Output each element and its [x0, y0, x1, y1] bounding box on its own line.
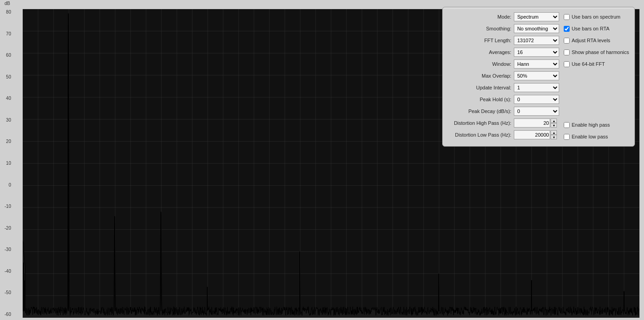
y-label--30: -30	[5, 247, 11, 252]
y-label-20: 20	[6, 139, 11, 144]
show-phase-harmonics-checkbox[interactable]	[564, 49, 570, 55]
y-label-50: 50	[6, 75, 11, 79]
enable-low-pass-label: Enable low pass	[571, 134, 608, 139]
dist-low-pass-spinbox: ▲ ▼	[514, 130, 557, 139]
dist-low-pass-input[interactable]	[514, 130, 550, 139]
averages-control: 16 8 4 1	[514, 48, 559, 57]
peak-decay-label: Peak Decay (dB/s):	[448, 108, 514, 114]
averages-select[interactable]: 16 8 4 1	[514, 48, 559, 57]
peak-hold-control: 0 1 5	[514, 95, 559, 104]
dist-low-pass-up-btn[interactable]: ▲	[551, 130, 557, 135]
averages-label: Averages:	[448, 49, 514, 55]
use-bars-rta-label: Use bars on RTA	[571, 26, 609, 31]
averages-row: Averages: 16 8 4 1	[448, 47, 559, 57]
smoothing-label: Smoothing:	[448, 26, 514, 31]
y-axis: 80 70 60 50 40 30 20 10 0 -10 -20 -30 -4…	[5, 9, 13, 318]
adjust-rta-levels-row: Adjust RTA levels	[564, 35, 629, 45]
enable-low-pass-checkbox[interactable]	[564, 134, 570, 140]
peak-decay-control: 0 6 12	[514, 107, 559, 116]
dist-low-pass-down-btn[interactable]: ▼	[551, 135, 557, 139]
y-label-40: 40	[6, 96, 11, 101]
fft-length-control: 131072 65536 32768	[514, 36, 559, 45]
dist-high-pass-spinbox: ▲ ▼	[514, 118, 557, 128]
settings-panel: Mode: Spectrum RTA Smoothing: No smoothi…	[442, 7, 635, 147]
window-label: Window:	[448, 61, 514, 67]
y-label--60: -60	[5, 312, 11, 317]
adjust-rta-levels-checkbox[interactable]	[564, 38, 570, 44]
smoothing-row: Smoothing: No smoothing Light Heavy	[448, 24, 559, 34]
fft-length-row: FFT Length: 131072 65536 32768	[448, 35, 559, 45]
update-interval-row: Update Interval: 1 2 5	[448, 83, 559, 93]
window-row: Window: Hann Flat Top Blackman	[448, 59, 559, 69]
max-overlap-label: Max Overlap:	[448, 73, 514, 79]
update-interval-label: Update Interval:	[448, 85, 514, 90]
max-overlap-select[interactable]: 50% 75% 25%	[514, 71, 559, 80]
settings-left-column: Mode: Spectrum RTA Smoothing: No smoothi…	[448, 12, 559, 142]
dist-high-pass-label: Distortion High Pass (Hz):	[448, 120, 514, 126]
peak-hold-select[interactable]: 0 1 5	[514, 95, 559, 104]
peak-hold-label: Peak Hold (s):	[448, 97, 514, 102]
peak-hold-row: Peak Hold (s): 0 1 5	[448, 94, 559, 104]
show-phase-harmonics-label: Show phase of harmonics	[571, 49, 629, 55]
main-container: dB 80 70 60 50 40 30 20 10 0 -10 -20 -30…	[0, 0, 644, 320]
y-label--20: -20	[5, 226, 11, 231]
dist-low-pass-row: Distortion Low Pass (Hz): ▲ ▼	[448, 130, 559, 140]
y-label-10: 10	[6, 161, 11, 166]
dist-high-pass-input[interactable]	[514, 118, 550, 128]
mode-control: Spectrum RTA	[514, 12, 559, 21]
enable-high-pass-label: Enable high pass	[571, 122, 610, 128]
dist-high-pass-row: Distortion High Pass (Hz): ▲ ▼	[448, 118, 559, 128]
settings-right-column: Use bars on spectrum Use bars on RTA Adj…	[559, 12, 629, 142]
mode-select[interactable]: Spectrum RTA	[514, 12, 559, 21]
fft-length-select[interactable]: 131072 65536 32768	[514, 36, 559, 45]
y-label--50: -50	[5, 290, 11, 295]
smoothing-select[interactable]: No smoothing Light Heavy	[514, 24, 559, 33]
mode-label: Mode:	[448, 14, 514, 20]
enable-low-pass-row: Enable low pass	[564, 132, 629, 142]
dist-low-pass-label: Distortion Low Pass (Hz):	[448, 132, 514, 138]
window-select[interactable]: Hann Flat Top Blackman	[514, 59, 559, 69]
fft-length-label: FFT Length:	[448, 38, 514, 43]
y-label-80: 80	[6, 10, 11, 15]
enable-high-pass-checkbox[interactable]	[564, 122, 570, 128]
use-64bit-fft-row: Use 64-bit FFT	[564, 59, 629, 69]
use-bars-rta-row: Use bars on RTA	[564, 24, 629, 34]
use-bars-rta-checkbox[interactable]	[564, 26, 570, 32]
max-overlap-control: 50% 75% 25%	[514, 71, 559, 80]
adjust-rta-levels-label: Adjust RTA levels	[571, 38, 610, 43]
dist-high-pass-up-btn[interactable]: ▲	[551, 118, 557, 123]
show-phase-harmonics-row: Show phase of harmonics	[564, 47, 629, 57]
use-bars-spectrum-row: Use bars on spectrum	[564, 12, 629, 22]
use-bars-spectrum-checkbox[interactable]	[564, 14, 570, 20]
window-control: Hann Flat Top Blackman	[514, 59, 559, 69]
update-interval-select[interactable]: 1 2 5	[514, 83, 559, 92]
y-label-0: 0	[9, 183, 11, 187]
y-label-70: 70	[6, 32, 11, 36]
mode-row: Mode: Spectrum RTA	[448, 12, 559, 22]
y-label--40: -40	[5, 269, 11, 274]
update-interval-control: 1 2 5	[514, 83, 559, 92]
use-64bit-fft-label: Use 64-bit FFT	[571, 61, 605, 67]
max-overlap-row: Max Overlap: 50% 75% 25%	[448, 71, 559, 81]
use-bars-spectrum-label: Use bars on spectrum	[571, 14, 620, 20]
y-label-30: 30	[6, 118, 11, 123]
y-label-60: 60	[6, 53, 11, 58]
peak-decay-row: Peak Decay (dB/s): 0 6 12	[448, 106, 559, 116]
peak-decay-select[interactable]: 0 6 12	[514, 107, 559, 116]
use-64bit-fft-checkbox[interactable]	[564, 61, 570, 67]
dist-high-pass-down-btn[interactable]: ▼	[551, 123, 557, 128]
db-axis-label: dB	[5, 1, 10, 6]
smoothing-control: No smoothing Light Heavy	[514, 24, 559, 33]
y-label--10: -10	[5, 204, 11, 209]
enable-high-pass-row: Enable high pass	[564, 120, 629, 130]
